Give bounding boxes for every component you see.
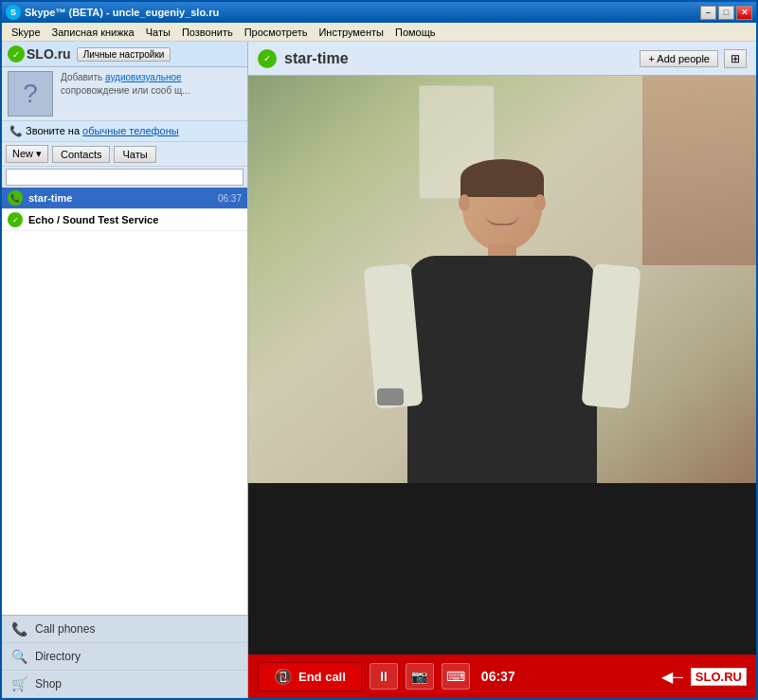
person-ear-left bbox=[459, 194, 470, 211]
call-timer: 06:37 bbox=[481, 669, 515, 684]
phone-promo: 📞 Звоните на обычные телефоны bbox=[2, 121, 247, 142]
end-call-button[interactable]: 📵 End call bbox=[258, 662, 362, 691]
pause-icon: ⏸ bbox=[377, 669, 390, 684]
profile-name: SLO.ru bbox=[27, 46, 71, 62]
avatar: ? bbox=[8, 71, 53, 117]
menu-notebook[interactable]: Записная книжка bbox=[46, 25, 140, 40]
person bbox=[360, 133, 644, 483]
volume-icon[interactable]: ◀─ bbox=[661, 668, 683, 686]
end-call-label: End call bbox=[298, 670, 346, 684]
menu-tools[interactable]: Инструменты bbox=[313, 25, 389, 40]
video-frame bbox=[248, 76, 756, 483]
shop-label: Shop bbox=[35, 677, 62, 691]
sidebar: ✓ SLO.ru Личные настройки ? Добавить ауд… bbox=[2, 42, 248, 698]
status-suffix: или сооб щ... bbox=[130, 85, 190, 96]
video-area bbox=[248, 76, 756, 655]
menu-view[interactable]: Просмотреть bbox=[239, 25, 314, 40]
end-call-icon: 📵 bbox=[274, 668, 293, 686]
avatar-area: ? Добавить аудиовизуальное сопровождение… bbox=[2, 67, 247, 121]
status-link1[interactable]: аудиовизуальное bbox=[105, 72, 182, 82]
slo-text: SLO bbox=[695, 670, 721, 684]
call-header: ✓ star-time + Add people ⊞ bbox=[248, 42, 756, 76]
menu-bar: Skype Записная книжка Чаты Позвонить Про… bbox=[2, 23, 756, 42]
window-title: Skype™ (BETA) - uncle_eugeniy_slo.ru bbox=[25, 7, 700, 18]
app-icon: S bbox=[6, 5, 21, 20]
sidebar-link-call-phones[interactable]: 📞 Call phones bbox=[2, 616, 247, 643]
video-dark-area bbox=[248, 483, 756, 655]
sidebar-bottom: 📞 Call phones 🔍 Directory 🛒 Shop bbox=[2, 615, 247, 698]
call-controls-bar: 📵 End call ⏸ 📷 ⌨ 06:37 ◀─ SLO . bbox=[248, 655, 756, 698]
curtain-left bbox=[642, 76, 756, 265]
person-watch bbox=[377, 388, 404, 405]
directory-icon: 🔍 bbox=[11, 649, 27, 664]
contact-name-star-time: star-time bbox=[28, 192, 218, 204]
profile-status-icon: ✓ bbox=[8, 45, 25, 63]
person-ear-right bbox=[534, 194, 546, 211]
minimize-button[interactable]: – bbox=[700, 6, 716, 20]
profile-settings-button[interactable]: Личные настройки bbox=[77, 47, 171, 62]
maximize-button[interactable]: □ bbox=[718, 6, 734, 20]
title-bar: S Skype™ (BETA) - uncle_eugeniy_slo.ru –… bbox=[2, 2, 756, 23]
keypad-icon: ⌨ bbox=[446, 669, 465, 684]
menu-skype[interactable]: Skype bbox=[6, 25, 46, 40]
right-panel: ✓ star-time + Add people ⊞ bbox=[248, 42, 756, 698]
camera-icon: 📷 bbox=[411, 669, 427, 684]
video-feed bbox=[248, 76, 756, 655]
search-box bbox=[6, 169, 244, 186]
sidebar-link-directory[interactable]: 🔍 Directory bbox=[2, 643, 247, 671]
person-hair bbox=[460, 159, 544, 197]
contact-item-echo[interactable]: ✓ Echo / Sound Test Service bbox=[2, 209, 247, 231]
contact-time-star-time: 06:37 bbox=[218, 193, 242, 204]
call-status-icon: ✓ bbox=[258, 49, 277, 68]
phone-icon: 📞 bbox=[9, 125, 23, 136]
contacts-toolbar: New ▾ Contacts Чаты bbox=[2, 142, 247, 167]
sidebar-link-shop[interactable]: 🛒 Shop bbox=[2, 671, 247, 698]
chats-button[interactable]: Чаты bbox=[114, 146, 155, 163]
contacts-button[interactable]: Contacts bbox=[52, 146, 110, 163]
person-torso bbox=[407, 256, 597, 483]
pause-button[interactable]: ⏸ bbox=[370, 663, 398, 690]
call-phones-icon: 📞 bbox=[11, 621, 27, 637]
call-phones-label: Call phones bbox=[35, 622, 95, 636]
main-window: S Skype™ (BETA) - uncle_eugeniy_slo.ru –… bbox=[0, 0, 758, 700]
menu-chats[interactable]: Чаты bbox=[140, 25, 176, 40]
contacts-list: 📞 star-time 06:37 ✓ Echo / Sound Test Se… bbox=[2, 188, 247, 615]
new-button[interactable]: New ▾ bbox=[6, 145, 48, 163]
share-button[interactable]: ⊞ bbox=[724, 49, 747, 68]
contact-status-icon-echo: ✓ bbox=[8, 212, 23, 227]
contact-item-star-time[interactable]: 📞 star-time 06:37 bbox=[2, 188, 247, 209]
call-contact-name: star-time bbox=[284, 50, 640, 67]
directory-label: Directory bbox=[35, 650, 81, 663]
contact-name-echo: Echo / Sound Test Service bbox=[28, 214, 242, 225]
search-input[interactable] bbox=[6, 169, 244, 186]
window-controls: – □ ✕ bbox=[700, 6, 752, 20]
keypad-button[interactable]: ⌨ bbox=[442, 663, 470, 690]
slo-ru: RU bbox=[724, 670, 742, 684]
camera-button[interactable]: 📷 bbox=[406, 663, 434, 690]
share-icon: ⊞ bbox=[731, 52, 740, 65]
add-people-button[interactable]: + Add people bbox=[640, 50, 718, 67]
contact-status-icon-active: 📞 bbox=[8, 190, 23, 206]
menu-help[interactable]: Помощь bbox=[389, 25, 442, 40]
status-text: Добавить аудиовизуальное сопровождение и… bbox=[61, 71, 242, 98]
avatar-placeholder: ? bbox=[23, 79, 38, 109]
profile-header: ✓ SLO.ru Личные настройки bbox=[2, 42, 247, 67]
slo-logo: SLO . RU bbox=[691, 668, 747, 686]
main-layout: ✓ SLO.ru Личные настройки ? Добавить ауд… bbox=[2, 42, 756, 698]
status-middle: сопровождение bbox=[61, 85, 130, 96]
shop-icon: 🛒 bbox=[11, 676, 27, 691]
phone-promo-prefix: Звоните на bbox=[26, 125, 82, 136]
status-prefix: Добавить bbox=[61, 72, 105, 82]
menu-call[interactable]: Позвонить bbox=[176, 25, 239, 40]
close-button[interactable]: ✕ bbox=[736, 6, 752, 20]
phone-promo-link[interactable]: обычные телефоны bbox=[82, 125, 179, 136]
